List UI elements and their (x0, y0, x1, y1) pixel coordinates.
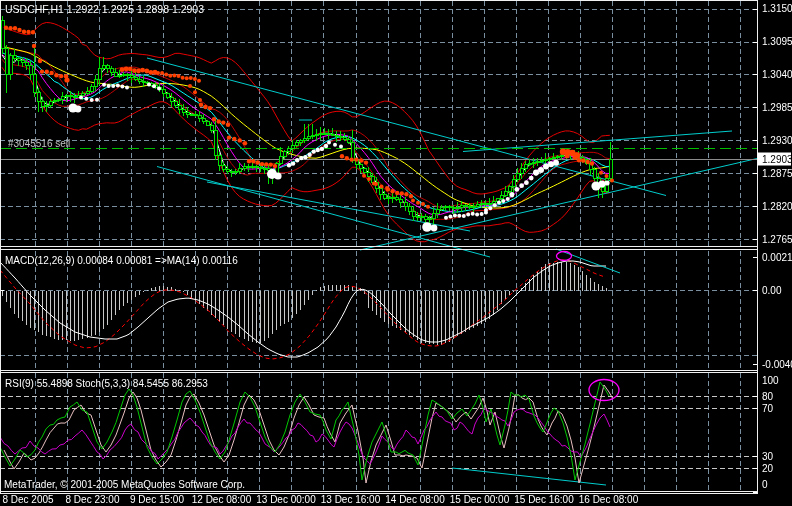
svg-text:70: 70 (762, 403, 774, 414)
svg-text:1.3040: 1.3040 (762, 69, 792, 80)
svg-text:RSI(9) 55.4898 Stoch(5,3,3) 8: RSI(9) 55.4898 Stoch(5,3,3) 84.5455 86.2… (5, 378, 208, 389)
svg-text:12 Dec 08:00: 12 Dec 08:00 (192, 494, 252, 505)
svg-text:15 Dec 16:00: 15 Dec 16:00 (514, 494, 574, 505)
svg-text:1.2765: 1.2765 (762, 234, 792, 245)
svg-text:-0.0040: -0.0040 (762, 359, 792, 370)
svg-text:1.2903: 1.2903 (762, 154, 792, 165)
svg-text:1.3095: 1.3095 (762, 36, 792, 47)
svg-text:0.00: 0.00 (762, 285, 782, 296)
svg-text:14 Dec 08:00: 14 Dec 08:00 (385, 494, 445, 505)
svg-text:80: 80 (762, 391, 774, 402)
svg-text:1.2820: 1.2820 (762, 201, 792, 212)
svg-text:0: 0 (762, 479, 768, 490)
svg-text:1.2875: 1.2875 (762, 168, 792, 179)
svg-text:8 Dec 2005: 8 Dec 2005 (2, 494, 54, 505)
svg-text:100: 100 (762, 375, 779, 386)
svg-text:20: 20 (762, 463, 774, 474)
svg-text:MACD(12,26,9) 0.00084 0.00081: MACD(12,26,9) 0.00084 0.00081 =>MA(14) 0… (5, 255, 238, 266)
svg-text:1.2930: 1.2930 (762, 135, 792, 146)
svg-text:30: 30 (762, 451, 774, 462)
svg-text:1.3150: 1.3150 (762, 3, 792, 14)
svg-text:#3045516 sell: #3045516 sell (8, 138, 70, 149)
svg-text:8 Dec 23:00: 8 Dec 23:00 (66, 494, 120, 505)
svg-text:USDCHF,H1 1.2922 1.2925 1.289: USDCHF,H1 1.2922 1.2925 1.2898 1.2903 (5, 3, 204, 15)
svg-text:9 Dec 15:00: 9 Dec 15:00 (130, 494, 184, 505)
svg-text:13 Dec 16:00: 13 Dec 16:00 (321, 494, 381, 505)
svg-text:MetaTrader, © 2001-2005 MetaQu: MetaTrader, © 2001-2005 MetaQuotes Softw… (4, 479, 245, 490)
svg-text:15 Dec 00:00: 15 Dec 00:00 (450, 494, 510, 505)
svg-text:16 Dec 08:00: 16 Dec 08:00 (579, 494, 639, 505)
svg-text:13 Dec 00:00: 13 Dec 00:00 (256, 494, 316, 505)
svg-text:1.2985: 1.2985 (762, 102, 792, 113)
svg-text:0.00215: 0.00215 (762, 252, 792, 263)
